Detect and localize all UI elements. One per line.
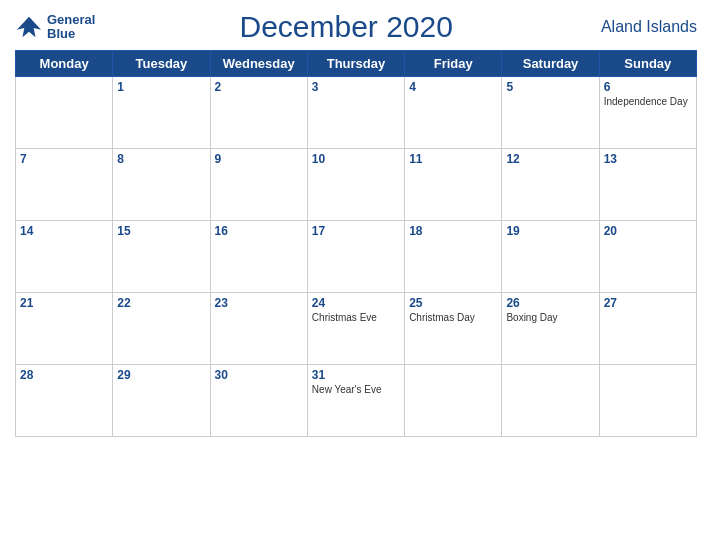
day-number: 12 xyxy=(506,152,594,166)
day-number: 15 xyxy=(117,224,205,238)
day-number: 17 xyxy=(312,224,400,238)
day-number: 4 xyxy=(409,80,497,94)
day-number: 11 xyxy=(409,152,497,166)
calendar-day-cell: 7 xyxy=(16,149,113,221)
weekday-header-cell: Saturday xyxy=(502,51,599,77)
calendar-day-cell: 28 xyxy=(16,365,113,437)
calendar-day-cell: 8 xyxy=(113,149,210,221)
calendar-day-cell: 24Christmas Eve xyxy=(307,293,404,365)
day-number: 16 xyxy=(215,224,303,238)
calendar-day-cell: 20 xyxy=(599,221,696,293)
calendar-week-row: 28293031New Year's Eve xyxy=(16,365,697,437)
holiday-label: New Year's Eve xyxy=(312,384,400,396)
calendar-day-cell: 11 xyxy=(405,149,502,221)
calendar-day-cell: 1 xyxy=(113,77,210,149)
day-number: 31 xyxy=(312,368,400,382)
calendar-day-cell: 25Christmas Day xyxy=(405,293,502,365)
calendar-day-cell: 18 xyxy=(405,221,502,293)
calendar-day-cell: 15 xyxy=(113,221,210,293)
logo: General Blue xyxy=(15,13,95,42)
calendar-day-cell: 29 xyxy=(113,365,210,437)
calendar-day-cell: 21 xyxy=(16,293,113,365)
calendar-header: General Blue December 2020 Aland Islands xyxy=(15,10,697,44)
calendar-week-row: 21222324Christmas Eve25Christmas Day26Bo… xyxy=(16,293,697,365)
calendar-day-cell: 16 xyxy=(210,221,307,293)
day-number: 10 xyxy=(312,152,400,166)
day-number: 27 xyxy=(604,296,692,310)
calendar-day-cell: 30 xyxy=(210,365,307,437)
calendar-day-cell: 4 xyxy=(405,77,502,149)
holiday-label: Christmas Day xyxy=(409,312,497,324)
calendar-day-cell: 5 xyxy=(502,77,599,149)
calendar-day-cell: 19 xyxy=(502,221,599,293)
day-number: 6 xyxy=(604,80,692,94)
calendar-day-cell: 27 xyxy=(599,293,696,365)
day-number: 19 xyxy=(506,224,594,238)
calendar-body: 123456Independence Day789101112131415161… xyxy=(16,77,697,437)
weekday-header-cell: Tuesday xyxy=(113,51,210,77)
logo-icon xyxy=(15,13,43,41)
day-number: 1 xyxy=(117,80,205,94)
day-number: 13 xyxy=(604,152,692,166)
logo-text: General Blue xyxy=(47,13,95,42)
calendar-day-cell: 6Independence Day xyxy=(599,77,696,149)
calendar-day-cell: 3 xyxy=(307,77,404,149)
day-number: 8 xyxy=(117,152,205,166)
day-number: 25 xyxy=(409,296,497,310)
day-number: 22 xyxy=(117,296,205,310)
day-number: 28 xyxy=(20,368,108,382)
calendar-day-cell: 9 xyxy=(210,149,307,221)
region-title: Aland Islands xyxy=(597,18,697,36)
svg-marker-0 xyxy=(17,17,41,38)
day-number: 23 xyxy=(215,296,303,310)
calendar-day-cell: 10 xyxy=(307,149,404,221)
day-number: 5 xyxy=(506,80,594,94)
calendar-day-cell xyxy=(599,365,696,437)
day-number: 24 xyxy=(312,296,400,310)
day-number: 7 xyxy=(20,152,108,166)
calendar-week-row: 78910111213 xyxy=(16,149,697,221)
calendar-day-cell: 22 xyxy=(113,293,210,365)
holiday-label: Boxing Day xyxy=(506,312,594,324)
calendar-container: General Blue December 2020 Aland Islands… xyxy=(0,0,712,550)
holiday-label: Christmas Eve xyxy=(312,312,400,324)
month-title: December 2020 xyxy=(95,10,597,44)
calendar-week-row: 14151617181920 xyxy=(16,221,697,293)
weekday-header-cell: Monday xyxy=(16,51,113,77)
weekday-header-cell: Friday xyxy=(405,51,502,77)
calendar-day-cell xyxy=(405,365,502,437)
day-number: 14 xyxy=(20,224,108,238)
calendar-day-cell xyxy=(502,365,599,437)
calendar-day-cell: 2 xyxy=(210,77,307,149)
weekday-header-cell: Sunday xyxy=(599,51,696,77)
calendar-day-cell: 17 xyxy=(307,221,404,293)
calendar-day-cell: 26Boxing Day xyxy=(502,293,599,365)
day-number: 20 xyxy=(604,224,692,238)
calendar-day-cell: 12 xyxy=(502,149,599,221)
weekday-header-row: MondayTuesdayWednesdayThursdayFridaySatu… xyxy=(16,51,697,77)
calendar-table: MondayTuesdayWednesdayThursdayFridaySatu… xyxy=(15,50,697,437)
weekday-header-cell: Thursday xyxy=(307,51,404,77)
calendar-day-cell: 13 xyxy=(599,149,696,221)
day-number: 9 xyxy=(215,152,303,166)
day-number: 21 xyxy=(20,296,108,310)
calendar-week-row: 123456Independence Day xyxy=(16,77,697,149)
day-number: 26 xyxy=(506,296,594,310)
day-number: 30 xyxy=(215,368,303,382)
day-number: 3 xyxy=(312,80,400,94)
holiday-label: Independence Day xyxy=(604,96,692,108)
day-number: 18 xyxy=(409,224,497,238)
calendar-day-cell: 31New Year's Eve xyxy=(307,365,404,437)
weekday-header-cell: Wednesday xyxy=(210,51,307,77)
day-number: 2 xyxy=(215,80,303,94)
calendar-day-cell: 23 xyxy=(210,293,307,365)
day-number: 29 xyxy=(117,368,205,382)
calendar-day-cell xyxy=(16,77,113,149)
calendar-day-cell: 14 xyxy=(16,221,113,293)
